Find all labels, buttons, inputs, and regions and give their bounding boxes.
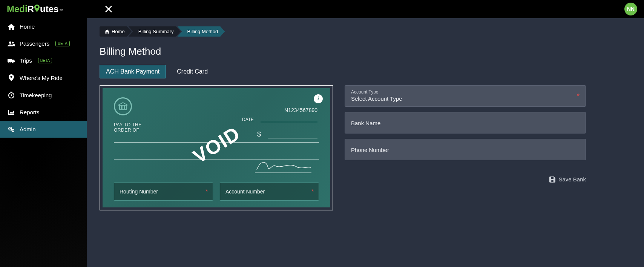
- date-line: [261, 115, 317, 122]
- account-type-label: Account Type: [351, 89, 580, 95]
- svg-rect-5: [10, 92, 12, 92]
- form-column: Account Type Select Account Type * Bank …: [345, 85, 586, 183]
- sidebar-item-wheres-my-ride[interactable]: Where's My Ride: [0, 69, 87, 86]
- breadcrumb-label: Billing Summary: [138, 29, 174, 34]
- route-o-icon: [34, 5, 40, 12]
- sidebar-item-admin[interactable]: Admin: [0, 121, 87, 138]
- account-number-field[interactable]: Account Number *: [220, 183, 319, 201]
- signature: [255, 158, 311, 173]
- home-icon: [105, 29, 109, 34]
- brand-part2: R: [28, 4, 34, 14]
- brand-part3: utes: [40, 4, 58, 14]
- bank-name-label: Bank Name: [351, 120, 580, 126]
- sidebar-item-passengers[interactable]: Passengers BETA: [0, 35, 87, 52]
- account-type-select[interactable]: Account Type Select Account Type *: [345, 85, 586, 107]
- sidebar-item-label: Reports: [20, 109, 40, 115]
- required-marker: *: [577, 92, 580, 100]
- sidebar-item-label: Home: [20, 23, 35, 30]
- beta-badge: BETA: [55, 41, 69, 46]
- sidebar-item-label: Admin: [20, 126, 36, 132]
- check-preview: i N1234567890 PAY TO THE ORDER OF DATE: [100, 85, 333, 210]
- sidebar-item-label: Passengers: [20, 40, 49, 47]
- date-label: DATE: [242, 117, 254, 122]
- phone-label: Phone Number: [351, 147, 580, 153]
- pin-icon: [8, 74, 15, 81]
- tabs: ACH Bank Payment Credit Card: [100, 65, 631, 78]
- svg-point-4: [12, 61, 14, 63]
- breadcrumb-billing-method[interactable]: Billing Method: [178, 26, 225, 37]
- save-bank-button[interactable]: Save Bank: [549, 176, 586, 183]
- breadcrumb-billing-summary[interactable]: Billing Summary: [129, 26, 181, 37]
- topbar: MediR utes™ NN: [0, 0, 644, 18]
- svg-point-1: [12, 41, 14, 43]
- routing-label: Routing Number: [120, 189, 158, 195]
- home-icon: [8, 24, 15, 30]
- sidebar-item-trips[interactable]: Trips BETA: [0, 52, 87, 69]
- bank-icon: [114, 97, 132, 115]
- avatar[interactable]: NN: [624, 3, 637, 15]
- phone-number-field[interactable]: Phone Number: [345, 139, 586, 160]
- truck-icon: [8, 58, 15, 63]
- sidebar-item-label: Timekeeping: [20, 92, 52, 98]
- breadcrumb-home[interactable]: Home: [100, 26, 132, 37]
- required-marker: *: [311, 188, 314, 196]
- save-label: Save Bank: [558, 176, 586, 183]
- brand-logo: MediR utes™: [7, 4, 63, 14]
- brand-tm: ™: [59, 9, 63, 13]
- beta-badge: BETA: [38, 58, 52, 63]
- check-serial: N1234567890: [284, 107, 317, 113]
- sidebar-item-label: Where's My Ride: [20, 75, 63, 81]
- breadcrumb-label: Billing Method: [187, 29, 218, 34]
- sidebar-item-home[interactable]: Home: [0, 18, 87, 35]
- routing-number-field[interactable]: Routing Number *: [114, 183, 213, 201]
- close-icon[interactable]: [104, 5, 113, 13]
- amount-line: [268, 131, 317, 138]
- sidebar-item-timekeeping[interactable]: Timekeeping: [0, 86, 87, 104]
- account-type-value: Select Account Type: [351, 95, 580, 102]
- svg-point-0: [9, 41, 11, 44]
- payto-label-2: ORDER OF: [114, 127, 142, 133]
- payto-label-1: PAY TO THE: [114, 122, 142, 127]
- sidebar: Home Passengers BETA Trips BETA Where's …: [0, 18, 87, 267]
- info-icon[interactable]: i: [314, 94, 323, 103]
- breadcrumb: Home Billing Summary Billing Method: [100, 26, 631, 37]
- tab-credit-card[interactable]: Credit Card: [170, 65, 214, 78]
- stopwatch-icon: [8, 92, 15, 98]
- users-icon: [8, 41, 15, 46]
- avatar-initials: NN: [627, 6, 635, 12]
- gears-icon: [8, 126, 15, 132]
- sidebar-item-label: Trips: [20, 57, 32, 64]
- chart-icon: [8, 110, 15, 115]
- tab-ach[interactable]: ACH Bank Payment: [100, 65, 166, 78]
- breadcrumb-label: Home: [112, 29, 125, 34]
- save-icon: [549, 176, 555, 183]
- brand-part1: Medi: [7, 4, 28, 14]
- main-content: Home Billing Summary Billing Method Bill…: [87, 18, 644, 267]
- sidebar-item-reports[interactable]: Reports: [0, 104, 87, 121]
- account-label: Account Number: [225, 189, 265, 195]
- svg-point-8: [10, 128, 11, 129]
- svg-point-3: [9, 61, 10, 63]
- dollar-sign: $: [257, 130, 261, 138]
- required-marker: *: [205, 188, 208, 196]
- svg-point-10: [12, 130, 13, 131]
- bank-name-field[interactable]: Bank Name: [345, 112, 586, 134]
- page-title: Billing Method: [100, 46, 631, 57]
